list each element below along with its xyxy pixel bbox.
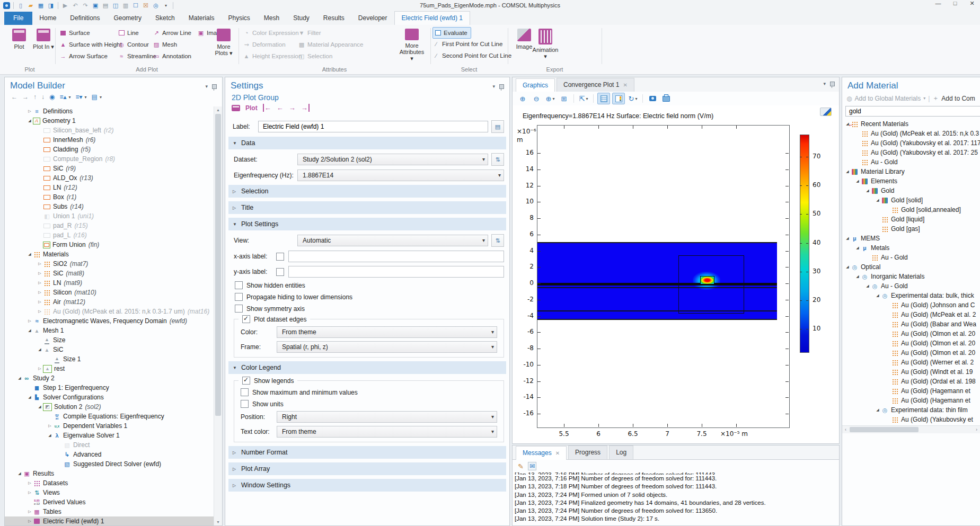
model-tree-item[interactable]: ◢Solution 2(sol2) [5, 402, 214, 412]
tab-definitions[interactable]: Definitions [63, 12, 107, 25]
material-tree-item[interactable]: ◢Inorganic Materials [842, 272, 980, 281]
tab-physics[interactable]: Physics [221, 12, 257, 25]
tab-file[interactable]: File [4, 12, 32, 25]
scrollbar-thumb[interactable] [215, 114, 221, 416]
panel-menu-icon[interactable]: ▾ [492, 84, 495, 89]
tab-home[interactable]: Home [32, 12, 63, 25]
scroll-up-icon[interactable]: ▲ [214, 106, 222, 113]
material-tree-item[interactable]: Au (Gold) (Olmon et al. 20 [842, 348, 980, 358]
brush-icon[interactable]: ✎ [518, 462, 524, 470]
deselect-icon[interactable]: ☒ [142, 2, 150, 10]
print-icon[interactable] [660, 93, 672, 104]
model-tree-item[interactable]: ▷Air(mat12) [5, 297, 214, 307]
model-tree-item[interactable]: Subs(r14) [5, 202, 214, 211]
model-tree-item[interactable]: ▷Au (Gold) (McPeak et al. 2015: n,k 0.3-… [5, 307, 214, 316]
tab-mesh[interactable]: Mesh [257, 12, 286, 25]
scroll-left-icon[interactable]: ‹ [842, 426, 849, 433]
redo-icon[interactable]: ↷ [81, 2, 90, 10]
select-frame-icon[interactable]: ☐ [131, 2, 140, 10]
model-tree-item[interactable]: ▷Electric Field (ewfd) 1 [5, 516, 214, 525]
pin-icon[interactable] [212, 84, 217, 89]
close-icon[interactable]: ✕ [623, 82, 627, 88]
material-tree-item[interactable]: Au (Gold) (Babar and Wea [842, 319, 980, 329]
model-tree-item[interactable]: Direct [5, 440, 214, 450]
model-tree-item[interactable]: InnerMesh(r6) [5, 135, 214, 145]
material-tree-item[interactable]: Gold [solid,annealed] [842, 205, 980, 215]
expander-icon[interactable]: ▷ [27, 109, 33, 113]
rename-icon[interactable]: ▤ [491, 120, 504, 133]
rotate-icon[interactable]: ↻▾ [627, 93, 639, 104]
surface-with-height-button[interactable]: ▲Surface with Height [59, 39, 117, 50]
expander-icon[interactable]: ▷ [37, 271, 43, 275]
minimize-button[interactable]: — [933, 0, 943, 7]
model-tree-item[interactable]: ◢Mesh 1 [5, 326, 214, 335]
back-icon[interactable]: ← [11, 93, 17, 101]
tab-materials[interactable]: Materials [182, 12, 222, 25]
checkbox[interactable] [242, 377, 250, 385]
first-point-for-cut-line-button[interactable]: ∕First Point for Cut Line [432, 39, 502, 49]
material-tree-item[interactable]: ◢Au - Gold [842, 281, 980, 291]
grid-icon[interactable] [597, 93, 610, 104]
model-tree-item[interactable]: ◢Results [5, 469, 214, 478]
expander-icon[interactable]: ◢ [875, 198, 881, 202]
maximize-button[interactable]: □ [950, 0, 960, 7]
tab-messages[interactable]: Messages✕ [516, 446, 567, 460]
model-tree-item[interactable]: ◢Solver Configurations [5, 393, 214, 402]
move-up-icon[interactable]: ↑ [33, 93, 37, 101]
plot-canvas[interactable]: Eigenfrequency=1.8867E14 Hz Surface: Ele… [513, 105, 839, 443]
duplicate-icon[interactable]: ◫ [111, 2, 120, 10]
frame-dropdown[interactable]: Spatial (r, phi, z) [277, 341, 497, 353]
model-builder-scrollbar[interactable]: ▲ ▼ [214, 106, 222, 525]
columns-icon[interactable]: ▤ [92, 93, 98, 101]
more-plots-button[interactable]: MorePlots ▾ [212, 27, 235, 62]
zoom-extents-icon[interactable]: ⊞ [558, 93, 570, 104]
expand-sort-icon[interactable]: ≡▴ [59, 93, 66, 101]
tab-study[interactable]: Study [286, 12, 316, 25]
material-tree-item[interactable]: Gold [liquid] [842, 215, 980, 224]
model-tree-item[interactable]: Step 1: Eigenfrequency [5, 383, 214, 393]
position-dropdown[interactable]: Right [277, 411, 497, 423]
expander-icon[interactable]: ▷ [37, 309, 43, 314]
new-file-icon[interactable]: ▯ [16, 2, 25, 10]
zoom-box-icon[interactable]: ⊕▾ [544, 93, 556, 104]
section-number-format[interactable]: ▷Number Format [228, 446, 506, 459]
expander-icon[interactable]: ◢ [16, 471, 23, 476]
annotation-button[interactable]: ▭Annotation [153, 51, 197, 61]
open-file-icon[interactable]: ▰ [27, 2, 35, 10]
model-tree-item[interactable]: Form Union(fin) [5, 240, 214, 249]
model-tree-item[interactable]: Union 1(uni1) [5, 211, 214, 221]
plot-window-icon[interactable] [820, 108, 832, 116]
model-tree-item[interactable]: ▷Electromagnetic Waves, Frequency Domain… [5, 316, 214, 326]
material-tree-item[interactable]: Au (Gold) (Windt et al. 19 [842, 367, 980, 377]
panel-menu-icon[interactable]: ▾ [205, 84, 208, 89]
forward-icon[interactable]: → [22, 93, 29, 101]
checkbox[interactable] [276, 268, 284, 276]
model-tree-item[interactable]: ▷SiO2(mat7) [5, 259, 214, 269]
expander-icon[interactable]: ◢ [864, 284, 871, 288]
dataset-dropdown[interactable]: Study 2/Solution 2 (sol2) [297, 154, 488, 165]
scroll-down-icon[interactable]: ▼ [214, 519, 222, 525]
color-dropdown[interactable]: From theme [277, 326, 497, 338]
expander-icon[interactable]: ◢ [844, 265, 851, 269]
section-window-settings[interactable]: ▷Window Settings [228, 479, 506, 492]
material-tree-item[interactable]: ◢Recent Materials [842, 119, 980, 129]
material-tree-item[interactable]: ◢MEMS [842, 234, 980, 243]
material-tree-item[interactable]: Au - Gold [842, 157, 980, 167]
expander-icon[interactable]: ▷ [27, 319, 33, 323]
model-tree-item[interactable]: ◢SiC [5, 345, 214, 354]
label-input[interactable] [258, 121, 488, 132]
more-attributes-button[interactable]: MoreAttributes ▾ [400, 27, 423, 62]
view-dropdown[interactable]: Automatic [297, 235, 488, 246]
zoom-in-icon[interactable]: ⊕ [517, 93, 528, 104]
model-tree-item[interactable]: LN(r12) [5, 183, 214, 192]
expander-icon[interactable]: ◢ [27, 252, 33, 256]
plot-previous-button[interactable]: ← [277, 104, 284, 112]
checkbox[interactable] [241, 400, 249, 408]
expander-icon[interactable]: ◢ [854, 179, 861, 183]
comsol-logo-icon[interactable] [2, 2, 11, 10]
model-tree-item[interactable]: ALD_Ox(r13) [5, 173, 214, 183]
expander-icon[interactable]: ▷ [27, 519, 33, 523]
model-tree-item[interactable]: pad_R(r15) [5, 221, 214, 230]
expander-icon[interactable]: ◢ [27, 328, 33, 333]
section-selection[interactable]: ▷Selection [228, 185, 506, 198]
